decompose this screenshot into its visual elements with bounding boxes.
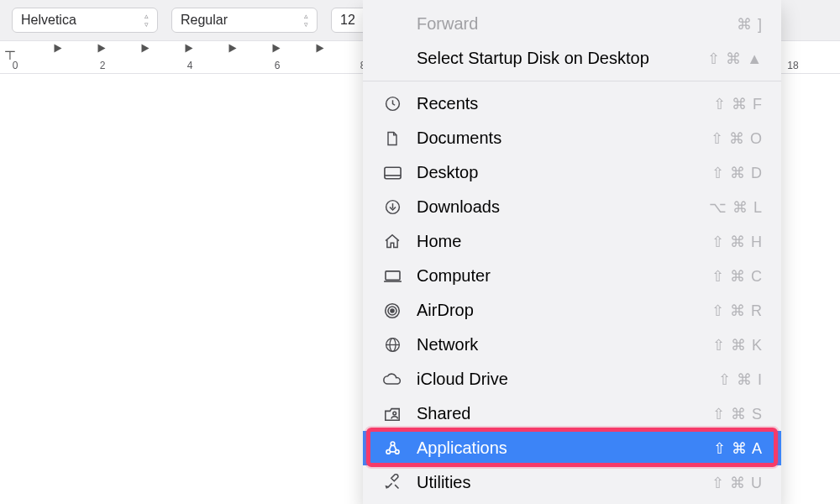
utilities-icon [381, 474, 403, 491]
tab-stop-marker[interactable] [273, 45, 281, 53]
menu-separator [363, 81, 781, 81]
svg-point-5 [391, 308, 394, 312]
menu-item-icloud-drive[interactable]: iCloud Drive⇧ ⌘ I [363, 362, 781, 396]
menu-item-network[interactable]: Network⇧ ⌘ K [363, 328, 781, 362]
icloud-drive-icon [381, 372, 403, 386]
first-line-indent-marker[interactable]: ┬ [4, 44, 16, 55]
menu-item-label: Desktop [417, 163, 711, 182]
menu-item-documents[interactable]: Documents⇧ ⌘ O [363, 121, 781, 155]
font-select[interactable]: Helvetica ▵▿ [12, 8, 158, 33]
tab-stop-marker[interactable] [142, 45, 150, 53]
menu-item-label: Downloads [417, 197, 709, 217]
menu-item-shortcut: ⇧ ⌘ O [711, 129, 763, 148]
menu-item-shortcut: ⇧ ⌘ R [711, 302, 763, 320]
updown-caret-icon: ▵▿ [304, 12, 308, 29]
menu-item-label: Applications [417, 438, 713, 458]
desktop-icon [381, 165, 403, 181]
menu-item-shortcut: ⇧ ⌘ U [711, 474, 763, 492]
tab-stop-marker[interactable] [98, 45, 106, 53]
menu-item-label: AirDrop [417, 301, 711, 320]
svg-point-11 [393, 412, 396, 415]
tab-stop-marker[interactable] [55, 45, 62, 53]
downloads-icon [381, 198, 403, 216]
font-size-value: 12 [340, 13, 355, 28]
menu-item-applications[interactable]: Applications⇧ ⌘ A [363, 431, 781, 465]
tab-stop-marker[interactable] [229, 45, 237, 53]
font-select-value: Helvetica [21, 13, 76, 28]
documents-icon [381, 129, 403, 148]
font-style-select[interactable]: Regular ▵▿ [171, 8, 318, 33]
menu-item-home[interactable]: Home⇧ ⌘ H [363, 224, 781, 259]
menu-item-label: Select Startup Disk on Desktop [417, 49, 707, 68]
applications-icon [381, 439, 403, 457]
menu-item-shortcut: ⇧ ⌘ S [712, 405, 763, 423]
go-menu: Forward ⌘ ] Select Startup Disk on Deskt… [363, 0, 781, 504]
menu-item-label: iCloud Drive [417, 370, 718, 389]
menu-item-shortcut: ⇧ ⌘ A [713, 439, 763, 458]
font-style-value: Regular [181, 13, 228, 28]
menu-item-label: Utilities [417, 473, 711, 492]
menu-item-label: Network [417, 335, 712, 354]
menu-item-forward: Forward ⌘ ] [363, 7, 781, 41]
menu-item-recents[interactable]: Recents⇧ ⌘ F [363, 87, 781, 121]
network-icon [381, 336, 403, 354]
ruler-tick-label: 6 [275, 60, 281, 71]
ruler-tick-label: 18 [787, 60, 798, 71]
menu-item-label: Recents [417, 94, 713, 113]
svg-point-12 [391, 442, 395, 446]
menu-item-label: Home [417, 232, 711, 251]
menu-item-shortcut: ⇧ ⌘ C [711, 267, 763, 286]
tab-stop-marker[interactable] [317, 45, 324, 53]
menu-item-shortcut: ⇧ ⌘ H [711, 233, 763, 251]
recents-icon [381, 95, 403, 113]
svg-rect-1 [384, 167, 400, 178]
menu-item-airdrop[interactable]: AirDrop⇧ ⌘ R [363, 293, 781, 328]
airdrop-icon [381, 302, 403, 320]
tab-stop-marker[interactable] [186, 45, 193, 53]
ruler-tick-label: 2 [100, 60, 106, 71]
menu-item-label: Documents [417, 129, 711, 148]
ruler-tick-label: 4 [187, 60, 193, 71]
menu-item-desktop[interactable]: Desktop⇧ ⌘ D [363, 155, 781, 190]
menu-item-computer[interactable]: Computer⇧ ⌘ C [363, 259, 781, 293]
home-icon [381, 233, 403, 250]
shared-icon [381, 406, 403, 423]
menu-item-shortcut: ⌥ ⌘ L [709, 198, 763, 217]
menu-item-select-startup-disk[interactable]: Select Startup Disk on Desktop ⇧ ⌘ ▲ [363, 41, 781, 76]
menu-item-label: Forward [417, 14, 737, 34]
menu-item-utilities[interactable]: Utilities⇧ ⌘ U [363, 465, 781, 500]
menu-item-label: Shared [417, 404, 712, 423]
svg-rect-4 [386, 271, 400, 280]
menu-item-shortcut: ⇧ ⌘ ▲ [707, 50, 763, 68]
menu-item-shortcut: ⇧ ⌘ D [711, 164, 763, 182]
menu-item-shortcut: ⇧ ⌘ F [713, 95, 763, 113]
computer-icon [381, 269, 403, 283]
menu-item-shortcut: ⇧ ⌘ I [718, 370, 763, 389]
menu-item-shortcut: ⌘ ] [737, 15, 763, 34]
menu-item-label: Computer [417, 266, 711, 286]
menu-item-shared[interactable]: Shared⇧ ⌘ S [363, 396, 781, 431]
updown-caret-icon: ▵▿ [144, 12, 149, 29]
menu-item-shortcut: ⇧ ⌘ K [712, 336, 763, 354]
menu-item-downloads[interactable]: Downloads⌥ ⌘ L [363, 190, 781, 224]
ruler-tick-label: 0 [13, 60, 18, 71]
